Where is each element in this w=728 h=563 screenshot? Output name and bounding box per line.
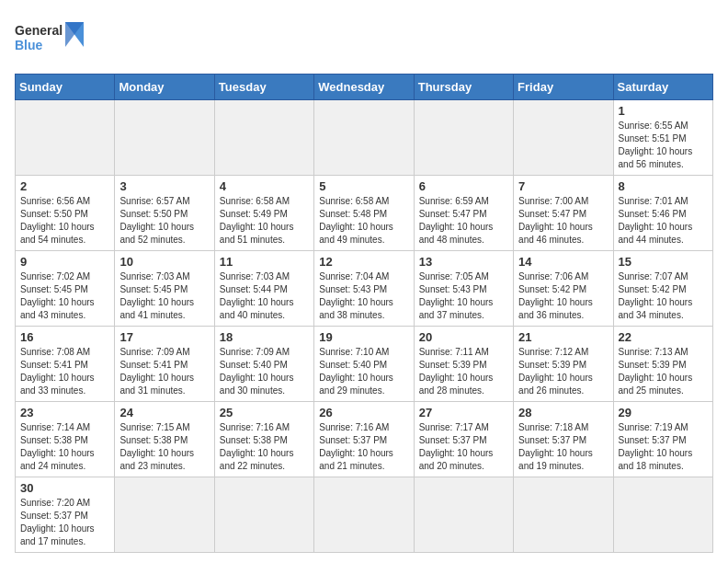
day-cell: [414, 100, 513, 176]
day-info: Sunrise: 7:00 AM Sunset: 5:47 PM Dayligh…: [518, 195, 608, 247]
day-number: 8: [619, 179, 708, 193]
day-info: Sunrise: 7:10 AM Sunset: 5:40 PM Dayligh…: [319, 346, 408, 397]
day-number: 25: [220, 406, 309, 419]
day-cell: 24Sunrise: 7:15 AM Sunset: 5:38 PM Dayli…: [115, 402, 214, 477]
day-number: 12: [319, 255, 408, 269]
day-number: 13: [419, 255, 508, 269]
day-info: Sunrise: 7:20 AM Sunset: 5:37 PM Dayligh…: [20, 497, 109, 548]
day-number: 28: [518, 406, 608, 419]
day-cell: 3Sunrise: 6:57 AM Sunset: 5:50 PM Daylig…: [115, 176, 214, 251]
day-number: 9: [20, 255, 109, 269]
day-number: 27: [419, 406, 508, 419]
day-cell: 7Sunrise: 7:00 AM Sunset: 5:47 PM Daylig…: [514, 176, 613, 251]
day-number: 19: [319, 330, 408, 344]
day-cell: [314, 477, 414, 553]
day-info: Sunrise: 7:09 AM Sunset: 5:41 PM Dayligh…: [119, 346, 209, 397]
day-number: 23: [20, 406, 109, 419]
weekday-header-sunday: Sunday: [16, 75, 115, 100]
day-cell: 27Sunrise: 7:17 AM Sunset: 5:37 PM Dayli…: [414, 402, 513, 477]
day-cell: [214, 477, 313, 553]
day-info: Sunrise: 7:11 AM Sunset: 5:39 PM Dayligh…: [419, 346, 508, 397]
day-number: 1: [619, 104, 708, 118]
day-number: 18: [220, 330, 309, 344]
day-info: Sunrise: 7:08 AM Sunset: 5:41 PM Dayligh…: [20, 346, 109, 397]
day-cell: 9Sunrise: 7:02 AM Sunset: 5:45 PM Daylig…: [16, 251, 115, 327]
day-cell: [514, 477, 613, 553]
day-cell: 5Sunrise: 6:58 AM Sunset: 5:48 PM Daylig…: [314, 176, 414, 251]
day-number: 16: [20, 330, 109, 344]
day-info: Sunrise: 6:55 AM Sunset: 5:51 PM Dayligh…: [619, 120, 708, 171]
day-number: 20: [419, 330, 508, 344]
day-cell: 8Sunrise: 7:01 AM Sunset: 5:46 PM Daylig…: [613, 176, 712, 251]
svg-text:General: General: [15, 23, 63, 38]
day-cell: 26Sunrise: 7:16 AM Sunset: 5:37 PM Dayli…: [314, 402, 414, 477]
day-cell: 10Sunrise: 7:03 AM Sunset: 5:45 PM Dayli…: [115, 251, 214, 327]
day-cell: 25Sunrise: 7:16 AM Sunset: 5:38 PM Dayli…: [214, 402, 313, 477]
day-cell: 17Sunrise: 7:09 AM Sunset: 5:41 PM Dayli…: [115, 327, 214, 402]
day-number: 10: [119, 255, 209, 269]
week-row-5: 30Sunrise: 7:20 AM Sunset: 5:37 PM Dayli…: [16, 477, 713, 553]
day-cell: [414, 477, 513, 553]
day-number: 15: [619, 255, 708, 269]
weekday-header-friday: Friday: [514, 75, 613, 100]
header: General Blue: [15, 15, 713, 63]
day-cell: 16Sunrise: 7:08 AM Sunset: 5:41 PM Dayli…: [16, 327, 115, 402]
weekday-header-wednesday: Wednesday: [314, 75, 414, 100]
day-info: Sunrise: 7:17 AM Sunset: 5:37 PM Dayligh…: [419, 421, 508, 473]
day-cell: [514, 100, 613, 176]
day-cell: 12Sunrise: 7:04 AM Sunset: 5:43 PM Dayli…: [314, 251, 414, 327]
day-cell: 19Sunrise: 7:10 AM Sunset: 5:40 PM Dayli…: [314, 327, 414, 402]
day-cell: 28Sunrise: 7:18 AM Sunset: 5:37 PM Dayli…: [514, 402, 613, 477]
week-row-4: 23Sunrise: 7:14 AM Sunset: 5:38 PM Dayli…: [16, 402, 713, 477]
day-info: Sunrise: 7:03 AM Sunset: 5:44 PM Dayligh…: [220, 270, 309, 322]
day-cell: 23Sunrise: 7:14 AM Sunset: 5:38 PM Dayli…: [16, 402, 115, 477]
day-info: Sunrise: 7:01 AM Sunset: 5:46 PM Dayligh…: [619, 195, 708, 247]
day-cell: 13Sunrise: 7:05 AM Sunset: 5:43 PM Dayli…: [414, 251, 513, 327]
day-info: Sunrise: 7:16 AM Sunset: 5:38 PM Dayligh…: [220, 421, 309, 473]
day-info: Sunrise: 7:15 AM Sunset: 5:38 PM Dayligh…: [119, 421, 209, 473]
day-cell: 22Sunrise: 7:13 AM Sunset: 5:39 PM Dayli…: [613, 327, 712, 402]
day-cell: [115, 477, 214, 553]
day-cell: [115, 100, 214, 176]
day-cell: [314, 100, 414, 176]
day-cell: 21Sunrise: 7:12 AM Sunset: 5:39 PM Dayli…: [514, 327, 613, 402]
weekday-header-thursday: Thursday: [414, 75, 513, 100]
day-info: Sunrise: 7:04 AM Sunset: 5:43 PM Dayligh…: [319, 270, 408, 322]
day-number: 22: [619, 330, 708, 344]
weekday-header-tuesday: Tuesday: [214, 75, 313, 100]
day-info: Sunrise: 7:02 AM Sunset: 5:45 PM Dayligh…: [20, 270, 109, 322]
day-cell: [613, 477, 712, 553]
day-info: Sunrise: 7:09 AM Sunset: 5:40 PM Dayligh…: [220, 346, 309, 397]
day-info: Sunrise: 7:16 AM Sunset: 5:37 PM Dayligh…: [319, 421, 408, 473]
day-cell: [16, 100, 115, 176]
day-number: 29: [619, 406, 708, 419]
day-info: Sunrise: 7:05 AM Sunset: 5:43 PM Dayligh…: [419, 270, 508, 322]
day-cell: 2Sunrise: 6:56 AM Sunset: 5:50 PM Daylig…: [16, 176, 115, 251]
day-cell: [214, 100, 313, 176]
day-cell: 11Sunrise: 7:03 AM Sunset: 5:44 PM Dayli…: [214, 251, 313, 327]
weekday-header-monday: Monday: [115, 75, 214, 100]
day-info: Sunrise: 6:58 AM Sunset: 5:48 PM Dayligh…: [319, 195, 408, 247]
day-cell: 6Sunrise: 6:59 AM Sunset: 5:47 PM Daylig…: [414, 176, 513, 251]
day-info: Sunrise: 7:07 AM Sunset: 5:42 PM Dayligh…: [619, 270, 708, 322]
logo: General Blue: [15, 15, 88, 63]
day-cell: 1Sunrise: 6:55 AM Sunset: 5:51 PM Daylig…: [613, 100, 712, 176]
day-cell: 20Sunrise: 7:11 AM Sunset: 5:39 PM Dayli…: [414, 327, 513, 402]
day-info: Sunrise: 7:14 AM Sunset: 5:38 PM Dayligh…: [20, 421, 109, 473]
day-cell: 15Sunrise: 7:07 AM Sunset: 5:42 PM Dayli…: [613, 251, 712, 327]
day-info: Sunrise: 7:13 AM Sunset: 5:39 PM Dayligh…: [619, 346, 708, 397]
svg-text:Blue: Blue: [15, 38, 43, 52]
day-cell: 4Sunrise: 6:58 AM Sunset: 5:49 PM Daylig…: [214, 176, 313, 251]
day-number: 14: [518, 255, 608, 269]
day-cell: 14Sunrise: 7:06 AM Sunset: 5:42 PM Dayli…: [514, 251, 613, 327]
day-info: Sunrise: 7:12 AM Sunset: 5:39 PM Dayligh…: [518, 346, 608, 397]
week-row-0: 1Sunrise: 6:55 AM Sunset: 5:51 PM Daylig…: [16, 100, 713, 176]
calendar-table: SundayMondayTuesdayWednesdayThursdayFrid…: [15, 74, 713, 553]
day-number: 30: [20, 481, 109, 495]
day-number: 17: [119, 330, 209, 344]
day-info: Sunrise: 6:58 AM Sunset: 5:49 PM Dayligh…: [220, 195, 309, 247]
day-info: Sunrise: 7:03 AM Sunset: 5:45 PM Dayligh…: [119, 270, 209, 322]
week-row-3: 16Sunrise: 7:08 AM Sunset: 5:41 PM Dayli…: [16, 327, 713, 402]
logo-icon: General Blue: [15, 15, 88, 61]
day-number: 26: [319, 406, 408, 419]
